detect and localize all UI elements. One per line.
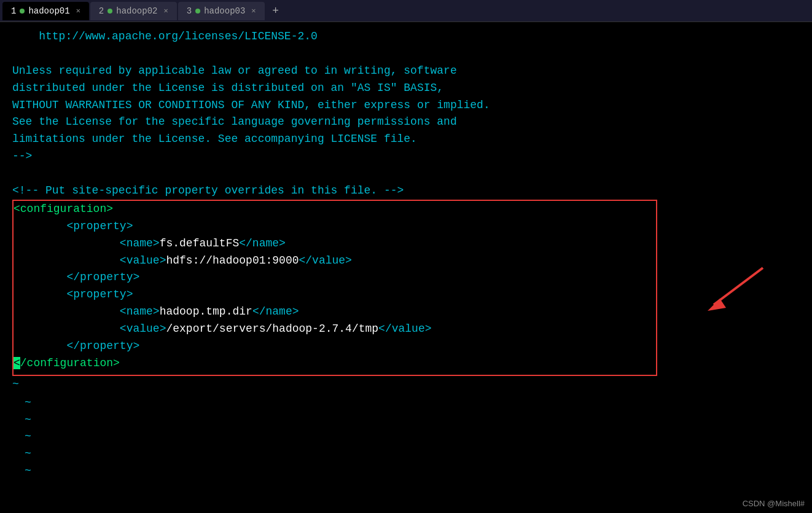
license-line-3: WITHOUT WARRANTIES OR CONDITIONS OF ANY … bbox=[12, 97, 800, 114]
tab-close-2[interactable]: ✕ bbox=[163, 6, 168, 15]
tab-dot-1 bbox=[20, 9, 25, 14]
value1-line: <value>hdfs://hadoop01:9000</value> bbox=[14, 253, 656, 270]
name1-line: <name>fs.defaultFS</name> bbox=[14, 235, 656, 253]
watermark: CSDN @Mishell# bbox=[743, 499, 805, 508]
tab-dot-2 bbox=[107, 9, 112, 14]
tab-hadoop01[interactable]: 1 hadoop01 ✕ bbox=[2, 2, 89, 20]
config-open-tag: <configuration> bbox=[14, 201, 656, 218]
license-line-2: distributed under the License is distrib… bbox=[12, 80, 800, 97]
tab-label-3: hadoop03 bbox=[204, 6, 245, 16]
tab-bar: 1 hadoop01 ✕ 2 hadoop02 ✕ 3 hadoop03 ✕ + bbox=[0, 0, 812, 22]
tilde-after-config: ~ bbox=[12, 376, 800, 393]
name1-value: fs.defaultFS bbox=[160, 237, 240, 249]
config-close-bracket: < bbox=[14, 357, 20, 369]
prop1-close: </property> bbox=[14, 269, 656, 286]
tilde-2: ~ bbox=[12, 412, 812, 429]
tab-number-3: 3 bbox=[187, 6, 192, 16]
tab-hadoop02[interactable]: 2 hadoop02 ✕ bbox=[90, 2, 177, 20]
tab-hadoop03[interactable]: 3 hadoop03 ✕ bbox=[178, 2, 265, 20]
tab-close-1[interactable]: ✕ bbox=[76, 6, 80, 15]
tab-label-2: hadoop02 bbox=[116, 6, 157, 16]
tab-close-3[interactable]: ✕ bbox=[251, 6, 256, 15]
license-line-4: See the License for the specific languag… bbox=[12, 114, 800, 131]
tilde-1: ~ bbox=[12, 394, 812, 412]
license-line-5: limitations under the License. See accom… bbox=[12, 131, 800, 148]
tab-dot-3 bbox=[195, 9, 200, 14]
config-close-label: /configuration> bbox=[20, 357, 120, 369]
prop2-close: </property> bbox=[14, 338, 656, 355]
terminal-content: http://www.apache.org/licenses/LICENSE-2… bbox=[0, 22, 812, 480]
comment-close-line: --> bbox=[12, 148, 800, 165]
value1-value: hdfs://hadoop01:9000 bbox=[166, 254, 299, 267]
license-line-1: Unless required by applicable law or agr… bbox=[12, 63, 800, 80]
name2-value: hadoop.tmp.dir bbox=[160, 305, 252, 318]
prop2-open: <property> bbox=[14, 286, 656, 303]
value2-value: /export/servers/hadoop-2.7.4/tmp bbox=[166, 323, 378, 335]
url-line: http://www.apache.org/licenses/LICENSE-2… bbox=[12, 28, 800, 45]
tilde-5: ~ bbox=[12, 463, 812, 480]
new-tab-button[interactable]: + bbox=[268, 4, 283, 18]
config-block: <configuration> <property> <name>fs.defa… bbox=[12, 200, 657, 376]
config-close-tag: </configuration> bbox=[14, 355, 656, 372]
prop1-open: <property> bbox=[14, 218, 656, 235]
value2-line: <value>/export/servers/hadoop-2.7.4/tmp<… bbox=[14, 321, 656, 338]
name2-line: <name>hadoop.tmp.dir</name> bbox=[14, 303, 656, 321]
tilde-4: ~ bbox=[12, 445, 812, 463]
comment-property-line: <!-- Put site-specific property override… bbox=[12, 182, 800, 200]
tilde-3: ~ bbox=[12, 428, 812, 445]
tab-label-1: hadoop01 bbox=[28, 6, 69, 16]
tab-number-2: 2 bbox=[99, 6, 104, 16]
tab-number-1: 1 bbox=[11, 6, 16, 16]
